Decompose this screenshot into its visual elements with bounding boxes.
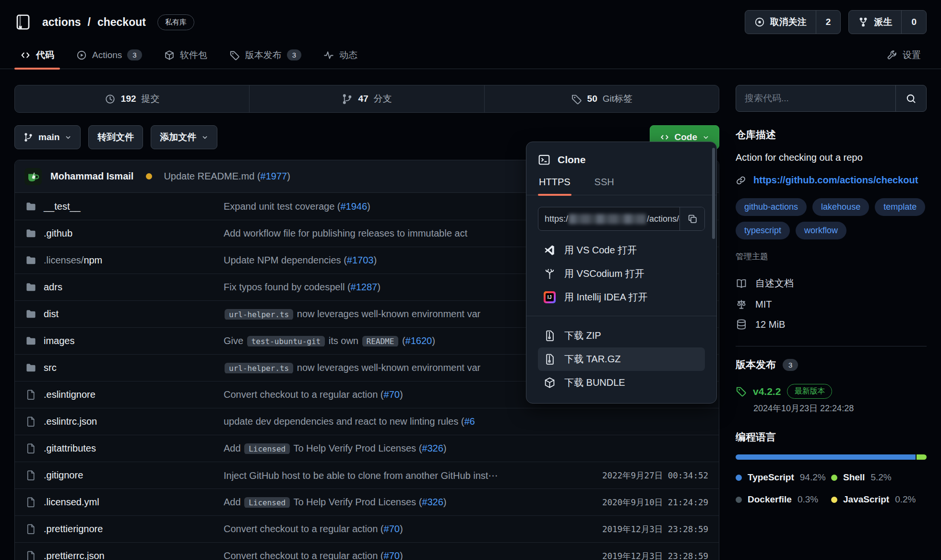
issue-link[interactable]: #1946: [340, 201, 367, 212]
tab-代码[interactable]: 代码: [14, 41, 60, 69]
unwatch-button[interactable]: 取消关注: [745, 11, 816, 34]
table-row[interactable]: .gitignoreInject GitHub host to be able …: [15, 462, 719, 489]
topic-tag[interactable]: github-actions: [736, 198, 807, 216]
search-button[interactable]: [895, 85, 926, 111]
clone-tab-HTTPS[interactable]: HTTPS: [538, 177, 572, 195]
tab-label: Actions: [92, 50, 122, 60]
folder-icon: [25, 335, 36, 346]
stat-提交[interactable]: 192提交: [15, 85, 249, 112]
commit-status-dot[interactable]: [146, 173, 152, 179]
watch-count[interactable]: 2: [816, 11, 841, 34]
play-circle-icon: [76, 50, 87, 60]
tab-软件包[interactable]: 软件包: [158, 41, 213, 69]
meta-自述文档[interactable]: 自述文档: [736, 273, 927, 294]
menu-item[interactable]: IJ用 Intellij IDEA 打开: [538, 286, 705, 309]
branch-selector[interactable]: main: [14, 125, 81, 149]
topic-tag[interactable]: template: [875, 198, 925, 216]
topic-tag[interactable]: typescript: [736, 222, 790, 239]
menu-item[interactable]: 用 VSCodium 打开: [538, 262, 705, 286]
issue-link[interactable]: #70: [384, 550, 400, 560]
tab-版本发布[interactable]: 版本发布3: [224, 41, 307, 69]
tab-Actions[interactable]: Actions3: [71, 41, 148, 69]
repo-name-link[interactable]: checkout: [97, 16, 146, 29]
copy-url-button[interactable]: [679, 207, 704, 230]
file-name-link[interactable]: .prettierignore: [44, 524, 103, 535]
issue-link[interactable]: #1620: [405, 335, 432, 346]
folder-icon: [25, 228, 36, 239]
menu-item[interactable]: 下载 TAR.GZ: [538, 347, 705, 371]
menu-item[interactable]: 下载 ZIP: [538, 324, 705, 347]
fork-button[interactable]: 派生: [849, 11, 901, 34]
stat-label: 分支: [374, 93, 392, 105]
commit-author-link[interactable]: Mohammad Ismail: [50, 171, 133, 182]
chevron-down-icon: [202, 134, 208, 141]
stat-Git标签[interactable]: 50Git标签: [484, 85, 719, 112]
repo-stats-bar: 192提交47分支50Git标签: [14, 85, 719, 113]
dropdown-scrollbar[interactable]: [712, 148, 715, 239]
file-name-link[interactable]: dist: [44, 309, 59, 320]
add-file-button[interactable]: 添加文件: [151, 125, 217, 149]
file-name-link[interactable]: .eslintignore: [44, 389, 95, 400]
commit-message-text: ): [432, 335, 435, 346]
meta-12 MiB[interactable]: 12 MiB: [736, 314, 927, 334]
file-name-link[interactable]: src: [44, 362, 57, 373]
file-name-link[interactable]: .licensed.yml: [44, 497, 99, 508]
file-name-link[interactable]: .eslintrc.json: [44, 416, 97, 427]
topic-tag[interactable]: lakehouse: [812, 198, 869, 216]
table-row[interactable]: .prettierrc.jsonConvert checkout to a re…: [15, 542, 719, 560]
file-name-link[interactable]: .github: [44, 228, 72, 239]
language-bar: [736, 454, 927, 460]
avatar: [24, 168, 42, 185]
issue-link[interactable]: #326: [422, 497, 443, 507]
file-name-link[interactable]: .gitignore: [44, 470, 83, 481]
table-row[interactable]: .prettierignoreConvert checkout to a reg…: [15, 515, 719, 542]
issue-link[interactable]: #70: [384, 389, 400, 400]
file-name-link[interactable]: adrs: [44, 282, 62, 293]
menu-item[interactable]: 下载 BUNDLE: [538, 371, 705, 394]
tab-label: 代码: [36, 49, 54, 61]
stat-value: 50: [587, 94, 597, 104]
issue-link[interactable]: #1287: [351, 282, 378, 292]
file-name-link[interactable]: .prettierrc.json: [44, 550, 105, 560]
language-color-dot: [736, 497, 742, 503]
commit-message-text: ): [400, 550, 403, 560]
manage-topics-link[interactable]: 管理主题: [736, 251, 927, 262]
issue-link[interactable]: #70: [384, 524, 400, 534]
file-icon: [25, 416, 36, 427]
issue-link[interactable]: #326: [422, 443, 443, 453]
table-row[interactable]: .gitattributesAdd Licensed To Help Verif…: [15, 435, 719, 462]
website-link[interactable]: https://github.com/actions/checkout: [753, 175, 918, 186]
breadcrumb: actions / checkout 私有库: [42, 14, 194, 30]
issue-link[interactable]: #1703: [347, 255, 374, 265]
file-name-link[interactable]: images: [44, 335, 74, 346]
goto-file-button[interactable]: 转到文件: [88, 125, 143, 149]
issue-link[interactable]: #6: [464, 416, 475, 427]
file-name-link[interactable]: __test__: [44, 201, 81, 212]
commit-message-text: Convert checkout to a regular action (: [224, 550, 384, 560]
description-heading: 仓库描述: [736, 128, 927, 142]
clone-tab-SSH[interactable]: SSH: [594, 177, 615, 195]
search-icon: [905, 93, 917, 104]
file-name-cell: images: [15, 335, 224, 346]
repo-owner-link[interactable]: actions: [42, 16, 81, 29]
topic-tag[interactable]: workflow: [796, 222, 846, 239]
file-name-link[interactable]: .gitattributes: [44, 443, 96, 454]
tab-设置[interactable]: 设置: [881, 41, 927, 69]
clone-url-input[interactable]: https://actions/ch: [538, 207, 679, 230]
menu-item[interactable]: 用 VS Code 打开: [538, 238, 705, 262]
stat-value: 192: [121, 94, 136, 104]
search-input[interactable]: [736, 85, 895, 111]
file-commit-message: Expand unit test coverage (#1946): [224, 201, 566, 212]
meta-MIT[interactable]: MIT: [736, 294, 927, 314]
releases-heading[interactable]: 版本发布: [736, 358, 776, 371]
fork-count[interactable]: 0: [901, 11, 926, 34]
table-row[interactable]: .licensed.ymlAdd Licensed To Help Verify…: [15, 489, 719, 515]
commit-message-text: Convert checkout to a regular action (: [224, 389, 384, 400]
release-version-link[interactable]: v4.2.2: [753, 386, 781, 397]
tab-动态[interactable]: 动态: [318, 41, 363, 69]
menu-item-label: 下载 BUNDLE: [564, 376, 625, 389]
table-row[interactable]: .eslintrc.jsonupdate dev dependencies an…: [15, 408, 719, 435]
issue-link[interactable]: #1977: [261, 171, 287, 181]
file-name-link[interactable]: .licenses/npm: [44, 255, 102, 266]
stat-分支[interactable]: 47分支: [249, 85, 484, 112]
